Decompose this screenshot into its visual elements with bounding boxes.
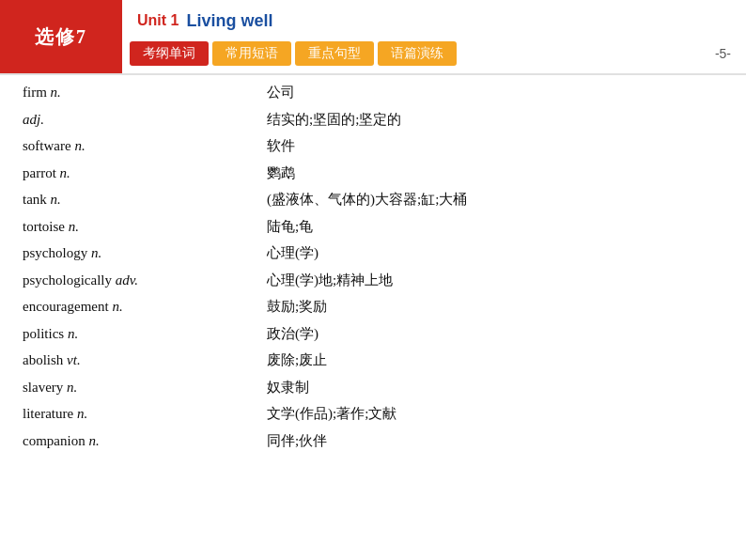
vocab-chinese: 鼓励;奖励 <box>263 293 727 320</box>
vocab-word: parrot <box>23 165 56 180</box>
vocab-english: politics n. <box>19 320 263 348</box>
vocab-chinese: 心理(学) <box>263 240 727 267</box>
unit-label: Unit 1 <box>137 12 179 29</box>
page-header: 选修7 Unit 1 Living well 考纲单词 常用短语 重点句型 语篇… <box>0 0 746 75</box>
vocab-chinese: 公司 <box>263 79 727 106</box>
vocab-word: tortoise <box>23 219 65 234</box>
vocab-word: tank <box>23 192 47 207</box>
vocab-english: slavery n. <box>19 374 263 401</box>
vocab-word: abolish <box>23 352 63 367</box>
table-row: literature n.文学(作品);著作;文献 <box>19 400 727 428</box>
book-label-text: 选修7 <box>35 24 87 50</box>
vocab-english: encouragement n. <box>19 293 263 320</box>
vocab-word: psychologically <box>23 272 112 288</box>
table-row: companion n.同伴;伙伴 <box>19 428 727 455</box>
table-row: parrot n.鹦鹉 <box>19 160 727 187</box>
content-area: firm n.公司adj.结实的;坚固的;坚定的software n.软件par… <box>0 75 746 458</box>
table-row: tortoise n.陆龟;龟 <box>19 213 727 241</box>
vocab-pos: n. <box>74 138 85 153</box>
table-row: tank n.(盛液体、气体的)大容器;缸;大桶 <box>19 186 727 213</box>
table-row: politics n.政治(学) <box>19 320 727 348</box>
vocab-chinese: 陆龟;龟 <box>263 213 727 241</box>
vocab-word: adj. <box>23 112 44 127</box>
vocab-pos: n. <box>77 406 87 421</box>
table-row: firm n.公司 <box>19 79 727 106</box>
vocab-english: parrot n. <box>19 160 263 187</box>
tabs-bar: 考纲单词 常用短语 重点句型 语篇演练 -5- <box>122 41 746 73</box>
vocab-table: firm n.公司adj.结实的;坚固的;坚定的software n.软件par… <box>19 79 727 454</box>
vocab-word: software <box>23 138 71 153</box>
vocab-chinese: 文学(作品);著作;文献 <box>263 400 727 428</box>
vocab-word: slavery <box>23 380 63 395</box>
vocab-chinese: 结实的;坚固的;坚定的 <box>263 106 727 133</box>
vocab-english: psychology n. <box>19 240 263 267</box>
vocab-pos: n. <box>51 192 61 207</box>
unit-title-bar: Unit 1 Living well <box>122 0 746 41</box>
vocab-word: companion <box>23 433 85 448</box>
vocab-chinese: 心理(学)地;精神上地 <box>263 267 727 294</box>
tab-kagang[interactable]: 考纲单词 <box>130 41 209 66</box>
vocab-chinese: 软件 <box>263 132 727 160</box>
unit-name: Living well <box>186 11 272 31</box>
table-row: abolish vt.废除;废止 <box>19 347 727 374</box>
vocab-word: literature <box>23 406 73 421</box>
vocab-pos: n. <box>67 380 77 395</box>
vocab-english: abolish vt. <box>19 347 263 374</box>
page-number: -5- <box>715 46 738 61</box>
table-row: encouragement n.鼓励;奖励 <box>19 293 727 320</box>
table-row: software n.软件 <box>19 132 727 160</box>
vocab-pos: vt. <box>67 352 81 367</box>
vocab-pos: n. <box>60 165 70 180</box>
tab-changyong[interactable]: 常用短语 <box>212 41 291 66</box>
vocab-chinese: 奴隶制 <box>263 374 727 401</box>
vocab-chinese: 政治(学) <box>263 320 727 348</box>
vocab-chinese: 废除;废止 <box>263 347 727 374</box>
vocab-english: literature n. <box>19 400 263 428</box>
vocab-word: encouragement <box>23 299 109 314</box>
vocab-pos: n. <box>91 245 101 260</box>
vocab-english: software n. <box>19 132 263 160</box>
vocab-pos: n. <box>88 433 99 448</box>
vocab-pos: n. <box>112 299 122 314</box>
vocab-pos: n. <box>69 219 79 234</box>
header-right: Unit 1 Living well 考纲单词 常用短语 重点句型 语篇演练 -… <box>122 0 746 73</box>
vocab-chinese: 同伴;伙伴 <box>263 428 727 455</box>
vocab-english: tank n. <box>19 186 263 213</box>
vocab-pos: n. <box>51 85 61 100</box>
vocab-chinese: 鹦鹉 <box>263 160 727 187</box>
tab-yupian[interactable]: 语篇演练 <box>378 41 457 66</box>
table-row: psychology n.心理(学) <box>19 240 727 267</box>
vocab-english: tortoise n. <box>19 213 263 241</box>
vocab-word: psychology <box>23 245 87 260</box>
table-row: psychologically adv.心理(学)地;精神上地 <box>19 267 727 294</box>
vocab-pos: n. <box>68 326 78 341</box>
tab-zhongdian[interactable]: 重点句型 <box>295 41 374 66</box>
vocab-english: psychologically adv. <box>19 267 263 294</box>
vocab-chinese: (盛液体、气体的)大容器;缸;大桶 <box>263 186 727 213</box>
vocab-word: firm <box>23 85 47 100</box>
vocab-english: companion n. <box>19 428 263 455</box>
table-row: adj.结实的;坚固的;坚定的 <box>19 106 727 133</box>
table-row: slavery n.奴隶制 <box>19 374 727 401</box>
book-label: 选修7 <box>0 0 122 73</box>
vocab-english: adj. <box>19 106 263 133</box>
vocab-word: politics <box>23 326 64 341</box>
vocab-english: firm n. <box>19 79 263 106</box>
vocab-pos: adv. <box>116 272 138 288</box>
